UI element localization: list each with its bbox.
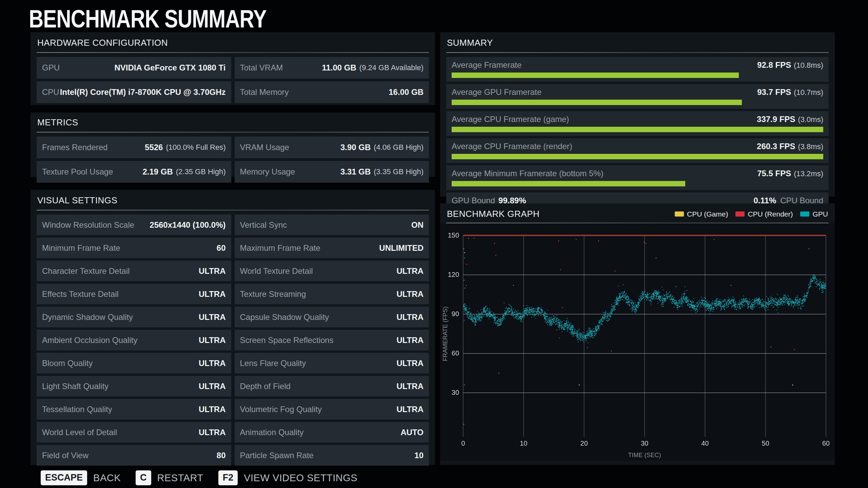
- visual-settings-panel: VISUAL SETTINGS Window Resolution Scale …: [31, 190, 435, 465]
- summary-row: Average Minimum Framerate (bottom 5%) 75…: [446, 165, 829, 190]
- row-value: 2.19 GB: [142, 167, 173, 177]
- setting-row: Tessellation Quality ULTRA: [37, 399, 231, 420]
- summary-panel: SUMMARY Average Framerate 92.8 FPS (10.8…: [440, 32, 835, 197]
- summary-row-note: (10.7ms): [794, 88, 823, 97]
- setting-row: Effects Texture Detail ULTRA: [37, 284, 231, 304]
- row-label: Lens Flare Quality: [240, 359, 306, 368]
- row-value: ULTRA: [199, 336, 226, 345]
- key-hint[interactable]: C RESTART: [136, 470, 203, 485]
- row-label: Total VRAM: [240, 63, 283, 73]
- hardware-configuration-heading: HARDWARE CONFIGURATION: [37, 32, 429, 52]
- key-hint[interactable]: F2 VIEW VIDEO SETTINGS: [218, 470, 358, 485]
- benchmark-graph-canvas: [440, 223, 835, 461]
- page-title: BENCHMARK SUMMARY: [29, 4, 267, 33]
- row-label: Character Texture Detail: [42, 266, 130, 276]
- setting-row: Animation Quality AUTO: [235, 422, 429, 443]
- row-value: 5526: [145, 143, 163, 152]
- summary-row-bar-fill: [452, 100, 742, 105]
- benchmark-graph-heading: BENCHMARK GRAPH: [447, 209, 539, 219]
- summary-row-bar-fill: [452, 73, 739, 78]
- legend-label: GPU: [812, 210, 828, 218]
- row-value: 3.31 GB: [340, 167, 371, 177]
- setting-row: Texture Streaming ULTRA: [235, 284, 429, 304]
- summary-row-label: Average Minimum Framerate (bottom 5%): [452, 169, 604, 178]
- summary-heading: SUMMARY: [446, 32, 829, 52]
- key-action-label: VIEW VIDEO SETTINGS: [244, 472, 357, 484]
- key-action-label: RESTART: [157, 472, 203, 484]
- legend-item: CPU (Render): [735, 210, 793, 218]
- row-label: VRAM Usage: [240, 143, 289, 152]
- panel-divider: [37, 210, 429, 210]
- setting-row: Field of View 80: [37, 445, 231, 466]
- setting-row: Minimum Frame Rate 60: [37, 238, 231, 258]
- row-label: Field of View: [42, 451, 88, 460]
- key-hint[interactable]: ESCAPE BACK: [41, 470, 121, 485]
- setting-row: Lens Flare Quality ULTRA: [235, 353, 429, 373]
- row-value: ULTRA: [199, 266, 226, 276]
- row-value: ULTRA: [396, 266, 423, 276]
- setting-row: Bloom Quality ULTRA: [37, 353, 231, 373]
- panel-divider: [446, 52, 829, 53]
- row-value: ULTRA: [199, 382, 226, 391]
- row-label: Light Shaft Quality: [42, 382, 108, 391]
- summary-row: Average CPU Framerate (render) 260.3 FPS…: [446, 138, 829, 163]
- row-label: Texture Pool Usage: [42, 167, 113, 177]
- setting-row: Light Shaft Quality ULTRA: [37, 376, 231, 396]
- summary-row-note: (3.8ms): [798, 142, 823, 151]
- visual-settings-heading: VISUAL SETTINGS: [37, 190, 429, 210]
- row-value: ULTRA: [396, 336, 423, 345]
- row-note: (4.06 GB High): [374, 143, 423, 152]
- metrics-rows: Frames Rendered 5526 (100.0% Full Res) V…: [37, 137, 429, 183]
- row-label: Dynamic Shadow Quality: [42, 312, 133, 322]
- metrics-panel: METRICS Frames Rendered 5526 (100.0% Ful…: [31, 113, 435, 177]
- legend-label: CPU (Game): [687, 210, 728, 218]
- benchmark-graph-panel: BENCHMARK GRAPH CPU (Game) CPU (Render) …: [440, 203, 835, 465]
- row-value: ULTRA: [396, 382, 423, 391]
- legend-item: CPU (Game): [675, 210, 728, 218]
- setting-row: Depth of Field ULTRA: [235, 376, 429, 396]
- row-value: ULTRA: [199, 405, 226, 414]
- summary-row-value: 260.3 FPS: [757, 142, 795, 151]
- setting-row: Total Memory 16.00 GB: [235, 81, 429, 103]
- row-value: ULTRA: [396, 289, 423, 299]
- setting-row: Ambient Occlusion Quality ULTRA: [37, 330, 231, 350]
- summary-row-note: (10.8ms): [794, 61, 823, 70]
- row-label: Tessellation Quality: [42, 405, 112, 414]
- panel-divider: [37, 132, 429, 133]
- key-badge[interactable]: F2: [218, 470, 238, 485]
- metrics-heading: METRICS: [37, 113, 429, 132]
- row-label: Frames Rendered: [42, 143, 107, 152]
- summary-row-bar-fill: [452, 154, 823, 159]
- setting-row: Vertical Sync ON: [235, 215, 429, 235]
- setting-row: Character Texture Detail ULTRA: [37, 261, 231, 281]
- row-value: 16.00 GB: [389, 87, 423, 97]
- legend-swatch-icon: [735, 211, 745, 217]
- summary-row-bar: [452, 73, 823, 78]
- setting-row: CPU Intel(R) Core(TM) i7-8700K CPU @ 3.7…: [37, 81, 231, 103]
- summary-row-bar-fill: [452, 127, 823, 132]
- summary-row-value: 75.5 FPS: [757, 169, 791, 178]
- row-label: CPU: [42, 87, 59, 97]
- row-label: Capsule Shadow Quality: [240, 312, 329, 322]
- summary-row-note: (13.2ms): [794, 169, 823, 178]
- row-note: (9.24 GB Available): [359, 63, 423, 72]
- setting-row: Particle Spawn Rate 10: [235, 445, 429, 466]
- row-value: ULTRA: [199, 359, 226, 368]
- row-label: Animation Quality: [240, 428, 304, 437]
- key-hint-bar: ESCAPE BACK C RESTART F2 VIEW VIDEO SETT…: [41, 470, 357, 485]
- summary-row-value: 92.8 FPS: [757, 60, 791, 70]
- setting-row: Dynamic Shadow Quality ULTRA: [37, 307, 231, 327]
- setting-row: Memory Usage 3.31 GB (3.35 GB High): [235, 161, 429, 183]
- row-value: NVIDIA GeForce GTX 1080 Ti: [114, 63, 225, 73]
- visual-settings-rows: Window Resolution Scale 868x488 (100.0…: [37, 215, 429, 466]
- row-label: Depth of Field: [240, 382, 291, 391]
- setting-row: Window Resolution Scale 868x488 (100.0…: [37, 215, 231, 235]
- key-badge[interactable]: C: [136, 470, 151, 485]
- summary-row-note: (3.0ms): [798, 115, 823, 124]
- key-badge[interactable]: ESCAPE: [41, 470, 87, 485]
- row-value: Intel(R) Core(TM) i7-8700K CPU @ 3.70GHz: [60, 87, 226, 97]
- setting-row: VRAM Usage 3.90 GB (4.06 GB High): [235, 137, 429, 158]
- row-label: Window Resolution Scale: [42, 220, 134, 230]
- key-action-label: BACK: [93, 472, 121, 484]
- row-label: Maximum Frame Rate: [240, 243, 320, 253]
